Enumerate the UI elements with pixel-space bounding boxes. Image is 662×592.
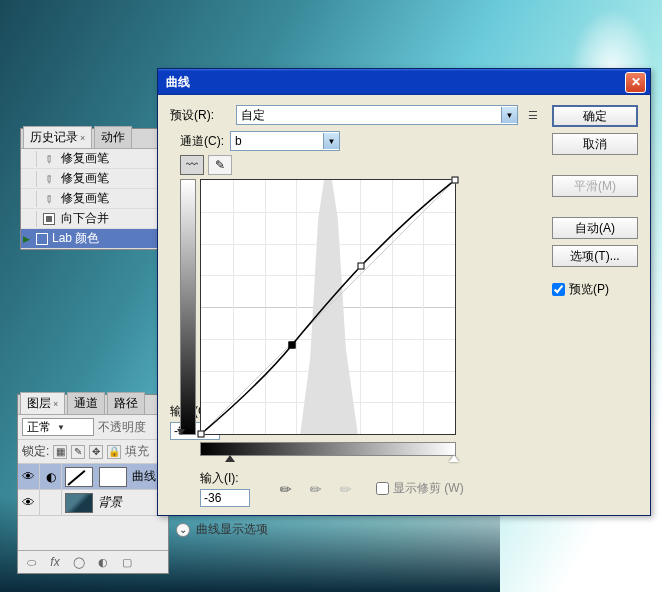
history-item[interactable]: ✎修复画笔 xyxy=(21,149,164,169)
input-gradient[interactable] xyxy=(200,442,456,456)
preset-select[interactable]: 自定▼ xyxy=(236,105,518,125)
white-eyedropper-icon[interactable]: ✎ xyxy=(332,474,360,502)
curves-dialog: 曲线 ✕ 预设(R): 自定▼ ☰ 通道(C): b▼ 〰 ✎ xyxy=(157,68,651,516)
curve-tool-button[interactable]: 〰 xyxy=(180,155,204,175)
close-button[interactable]: ✕ xyxy=(625,72,646,93)
output-gradient[interactable] xyxy=(180,179,196,435)
brush-icon: ✎ xyxy=(38,147,61,170)
chevron-down-icon: ▼ xyxy=(323,133,339,149)
lock-move-icon[interactable]: ✥ xyxy=(89,445,103,459)
blend-mode-select[interactable]: 正常▼ xyxy=(22,418,94,436)
lock-label: 锁定: xyxy=(22,443,49,460)
eyedroppers: ✎ ✎ ✎ xyxy=(276,479,356,499)
brush-icon: ✎ xyxy=(38,187,61,210)
checkbox[interactable] xyxy=(552,283,565,296)
layers-footer: ⬭ fx ◯ ◐ ▢ xyxy=(18,550,168,573)
adjustment-icon: ◐ xyxy=(40,464,62,489)
smooth-button[interactable]: 平滑(M) xyxy=(552,175,638,197)
link-icon xyxy=(40,490,62,515)
tab-actions[interactable]: 动作 xyxy=(94,126,132,148)
curve-point[interactable] xyxy=(358,263,365,270)
layer-row[interactable]: 👁 背景 xyxy=(18,490,168,516)
layer-thumb[interactable] xyxy=(65,493,93,513)
merge-icon xyxy=(41,211,57,227)
show-clipping-checkbox[interactable]: 显示修剪 (W) xyxy=(376,480,464,497)
curve-graph[interactable] xyxy=(200,179,456,435)
preview-checkbox[interactable]: 预览(P) xyxy=(552,281,638,298)
link-icon[interactable]: ⬭ xyxy=(22,555,40,569)
history-panel: 历史记录× 动作 ✎修复画笔 ✎修复画笔 ✎修复画笔 向下合并 ▶Lab 颜色 xyxy=(20,128,165,250)
close-icon[interactable]: × xyxy=(53,399,58,409)
curve-point-selected[interactable] xyxy=(289,342,296,349)
tab-channels[interactable]: 通道 xyxy=(67,392,105,414)
layer-row[interactable]: 👁 ◐ 曲线 xyxy=(18,464,168,490)
layers-tabs: 图层× 通道 路径 xyxy=(18,395,168,415)
folder-icon[interactable]: ▢ xyxy=(118,555,136,569)
channel-label: 通道(C): xyxy=(180,133,224,150)
lock-paint-icon[interactable]: ✎ xyxy=(71,445,85,459)
curve-icon: 〰 xyxy=(186,158,198,172)
close-icon: ✕ xyxy=(631,75,641,89)
tab-layers[interactable]: 图层× xyxy=(20,392,65,414)
history-item-selected[interactable]: ▶Lab 颜色 xyxy=(21,229,164,249)
chevron-down-icon: ▼ xyxy=(57,423,65,432)
eye-icon[interactable]: 👁 xyxy=(18,464,40,489)
preset-menu-icon[interactable]: ☰ xyxy=(524,106,542,124)
black-eyedropper-icon[interactable]: ✎ xyxy=(272,474,300,502)
dialog-title: 曲线 xyxy=(162,74,625,91)
titlebar[interactable]: 曲线 ✕ xyxy=(158,69,650,95)
input-slider[interactable] xyxy=(225,455,235,462)
mask-icon[interactable]: ◯ xyxy=(70,555,88,569)
brush-icon: ✎ xyxy=(38,167,61,190)
curve-display-options-toggle[interactable]: ⌄ 曲线显示选项 xyxy=(176,521,464,538)
tab-paths[interactable]: 路径 xyxy=(107,392,145,414)
lock-all-icon[interactable]: 🔒 xyxy=(107,445,121,459)
history-item[interactable]: ✎修复画笔 xyxy=(21,189,164,209)
history-item[interactable]: ✎修复画笔 xyxy=(21,169,164,189)
close-icon[interactable]: × xyxy=(80,133,85,143)
mask-thumb[interactable] xyxy=(99,467,127,487)
adjustment-icon[interactable]: ◐ xyxy=(94,555,112,569)
ok-button[interactable]: 确定 xyxy=(552,105,638,127)
layers-panel: 图层× 通道 路径 正常▼ 不透明度 锁定: ▦ ✎ ✥ 🔒 填充 👁 ◐ 曲线… xyxy=(17,394,169,574)
input-label: 输入(I): xyxy=(200,470,256,487)
cancel-button[interactable]: 取消 xyxy=(552,133,638,155)
mode-icon xyxy=(36,233,48,245)
opacity-label: 不透明度 xyxy=(98,419,146,436)
pencil-icon: ✎ xyxy=(215,158,225,172)
play-icon: ▶ xyxy=(23,234,30,244)
eye-icon[interactable]: 👁 xyxy=(18,490,40,515)
auto-button[interactable]: 自动(A) xyxy=(552,217,638,239)
options-button[interactable]: 选项(T)... xyxy=(552,245,638,267)
checkbox[interactable] xyxy=(376,482,389,495)
channel-select[interactable]: b▼ xyxy=(230,131,340,151)
expand-icon: ⌄ xyxy=(176,523,190,537)
curve-point[interactable] xyxy=(198,431,205,438)
history-tabs: 历史记录× 动作 xyxy=(21,129,164,149)
tab-history[interactable]: 历史记录× xyxy=(23,126,92,148)
layer-thumb[interactable] xyxy=(65,467,93,487)
gray-eyedropper-icon[interactable]: ✎ xyxy=(302,474,330,502)
history-item[interactable]: 向下合并 xyxy=(21,209,164,229)
curve-point[interactable] xyxy=(452,177,459,184)
lock-transparent-icon[interactable]: ▦ xyxy=(53,445,67,459)
svg-line-1 xyxy=(201,180,455,434)
preset-label: 预设(R): xyxy=(170,107,230,124)
chevron-down-icon: ▼ xyxy=(501,107,517,123)
fill-label: 填充 xyxy=(125,443,149,460)
pencil-tool-button[interactable]: ✎ xyxy=(208,155,232,175)
white-slider[interactable] xyxy=(449,455,459,462)
input-input[interactable] xyxy=(200,489,250,507)
fx-icon[interactable]: fx xyxy=(46,555,64,569)
